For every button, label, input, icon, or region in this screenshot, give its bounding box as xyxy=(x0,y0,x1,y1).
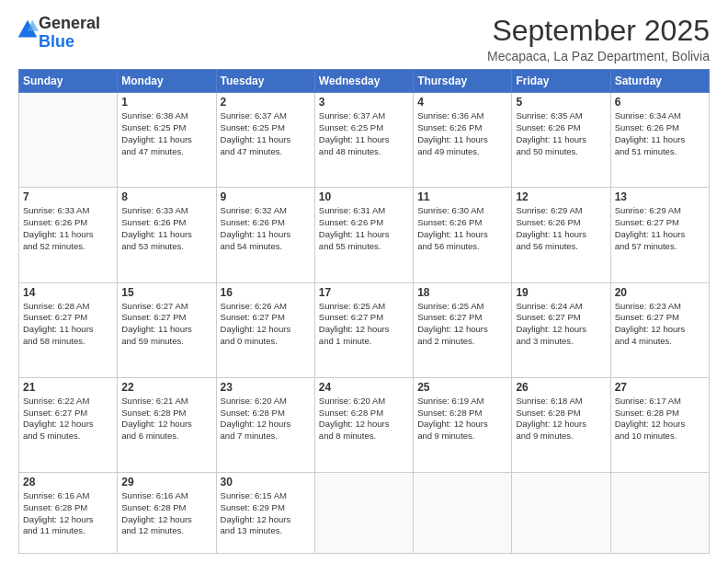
calendar-header-row: SundayMondayTuesdayWednesdayThursdayFrid… xyxy=(19,70,710,93)
day-sun-info: Sunrise: 6:17 AMSunset: 6:28 PMDaylight:… xyxy=(615,396,705,442)
day-sun-info: Sunrise: 6:33 AMSunset: 6:26 PMDaylight:… xyxy=(23,205,113,252)
day-number: 4 xyxy=(417,96,507,109)
day-of-week-header: Saturday xyxy=(610,70,709,93)
day-sun-info: Sunrise: 6:31 AMSunset: 6:26 PMDaylight:… xyxy=(319,205,409,252)
logo-blue-text: Blue xyxy=(39,33,100,52)
calendar-day-cell: 24Sunrise: 6:20 AMSunset: 6:28 PMDayligh… xyxy=(314,377,413,472)
calendar-day-cell: 9Sunrise: 6:32 AMSunset: 6:26 PMDaylight… xyxy=(216,188,314,282)
calendar-day-cell: 25Sunrise: 6:19 AMSunset: 6:28 PMDayligh… xyxy=(414,377,512,472)
day-number: 6 xyxy=(615,96,705,109)
day-number: 9 xyxy=(221,190,311,203)
day-number: 1 xyxy=(121,96,211,109)
day-number: 26 xyxy=(516,381,606,394)
day-number: 17 xyxy=(319,286,409,299)
calendar-day-cell: 3Sunrise: 6:37 AMSunset: 6:25 PMDaylight… xyxy=(314,93,413,188)
day-sun-info: Sunrise: 6:37 AMSunset: 6:25 PMDaylight:… xyxy=(221,110,311,157)
calendar-day-cell: 11Sunrise: 6:30 AMSunset: 6:26 PMDayligh… xyxy=(414,188,512,282)
day-sun-info: Sunrise: 6:16 AMSunset: 6:28 PMDaylight:… xyxy=(121,490,211,537)
calendar-day-cell xyxy=(19,93,118,188)
calendar-day-cell: 1Sunrise: 6:38 AMSunset: 6:25 PMDaylight… xyxy=(118,93,216,188)
calendar-week-row: 28Sunrise: 6:16 AMSunset: 6:28 PMDayligh… xyxy=(19,473,710,554)
calendar-day-cell: 5Sunrise: 6:35 AMSunset: 6:26 PMDaylight… xyxy=(512,93,610,188)
calendar-week-row: 1Sunrise: 6:38 AMSunset: 6:25 PMDaylight… xyxy=(19,93,710,188)
calendar-day-cell: 22Sunrise: 6:21 AMSunset: 6:28 PMDayligh… xyxy=(118,377,216,472)
day-sun-info: Sunrise: 6:23 AMSunset: 6:27 PMDaylight:… xyxy=(615,301,705,348)
calendar-day-cell: 12Sunrise: 6:29 AMSunset: 6:26 PMDayligh… xyxy=(512,188,610,282)
header: General Blue September 2025 Mecapaca, La… xyxy=(18,15,710,63)
day-number: 14 xyxy=(23,286,113,299)
day-number: 29 xyxy=(121,476,211,488)
calendar-day-cell xyxy=(610,473,709,554)
day-sun-info: Sunrise: 6:16 AMSunset: 6:28 PMDaylight:… xyxy=(23,490,113,537)
logo: General Blue xyxy=(18,15,100,52)
day-number: 7 xyxy=(23,190,113,203)
calendar-day-cell: 18Sunrise: 6:25 AMSunset: 6:27 PMDayligh… xyxy=(414,282,512,377)
day-number: 18 xyxy=(417,286,507,299)
day-of-week-header: Wednesday xyxy=(314,70,413,93)
day-number: 5 xyxy=(516,96,606,109)
calendar-day-cell: 27Sunrise: 6:17 AMSunset: 6:28 PMDayligh… xyxy=(610,377,709,472)
day-sun-info: Sunrise: 6:25 AMSunset: 6:27 PMDaylight:… xyxy=(417,301,507,348)
calendar-day-cell: 4Sunrise: 6:36 AMSunset: 6:26 PMDaylight… xyxy=(414,93,512,188)
calendar-day-cell: 6Sunrise: 6:34 AMSunset: 6:26 PMDaylight… xyxy=(610,93,709,188)
day-sun-info: Sunrise: 6:28 AMSunset: 6:27 PMDaylight:… xyxy=(23,301,113,348)
day-number: 11 xyxy=(417,190,507,203)
day-number: 15 xyxy=(121,286,211,299)
calendar-week-row: 14Sunrise: 6:28 AMSunset: 6:27 PMDayligh… xyxy=(19,282,710,377)
day-number: 16 xyxy=(221,286,311,299)
day-of-week-header: Thursday xyxy=(414,70,512,93)
day-number: 12 xyxy=(516,190,606,203)
day-sun-info: Sunrise: 6:38 AMSunset: 6:25 PMDaylight:… xyxy=(121,110,211,157)
day-sun-info: Sunrise: 6:24 AMSunset: 6:27 PMDaylight:… xyxy=(516,301,606,348)
day-sun-info: Sunrise: 6:22 AMSunset: 6:27 PMDaylight:… xyxy=(23,396,113,442)
calendar-day-cell: 26Sunrise: 6:18 AMSunset: 6:28 PMDayligh… xyxy=(512,377,610,472)
day-sun-info: Sunrise: 6:32 AMSunset: 6:26 PMDaylight:… xyxy=(221,205,311,252)
day-number: 28 xyxy=(23,476,113,488)
calendar-day-cell xyxy=(512,473,610,554)
day-of-week-header: Sunday xyxy=(19,70,118,93)
calendar-day-cell: 29Sunrise: 6:16 AMSunset: 6:28 PMDayligh… xyxy=(118,473,216,554)
day-sun-info: Sunrise: 6:30 AMSunset: 6:26 PMDaylight:… xyxy=(417,205,507,252)
calendar-day-cell: 10Sunrise: 6:31 AMSunset: 6:26 PMDayligh… xyxy=(314,188,413,282)
calendar-day-cell: 16Sunrise: 6:26 AMSunset: 6:27 PMDayligh… xyxy=(216,282,314,377)
day-sun-info: Sunrise: 6:29 AMSunset: 6:26 PMDaylight:… xyxy=(516,205,606,252)
day-sun-info: Sunrise: 6:19 AMSunset: 6:28 PMDaylight:… xyxy=(417,396,507,442)
day-sun-info: Sunrise: 6:35 AMSunset: 6:26 PMDaylight:… xyxy=(516,110,606,157)
day-sun-info: Sunrise: 6:26 AMSunset: 6:27 PMDaylight:… xyxy=(221,301,311,348)
calendar-day-cell: 13Sunrise: 6:29 AMSunset: 6:27 PMDayligh… xyxy=(610,188,709,282)
day-sun-info: Sunrise: 6:20 AMSunset: 6:28 PMDaylight:… xyxy=(319,396,409,442)
day-sun-info: Sunrise: 6:25 AMSunset: 6:27 PMDaylight:… xyxy=(319,301,409,348)
day-of-week-header: Friday xyxy=(512,70,610,93)
calendar-day-cell: 19Sunrise: 6:24 AMSunset: 6:27 PMDayligh… xyxy=(512,282,610,377)
logo-icon xyxy=(17,18,39,40)
day-number: 2 xyxy=(221,96,311,109)
day-sun-info: Sunrise: 6:18 AMSunset: 6:28 PMDaylight:… xyxy=(516,396,606,442)
day-number: 23 xyxy=(221,381,311,394)
calendar-day-cell xyxy=(314,473,413,554)
day-number: 21 xyxy=(23,381,113,394)
calendar-day-cell: 2Sunrise: 6:37 AMSunset: 6:25 PMDaylight… xyxy=(216,93,314,188)
calendar-day-cell: 23Sunrise: 6:20 AMSunset: 6:28 PMDayligh… xyxy=(216,377,314,472)
day-sun-info: Sunrise: 6:27 AMSunset: 6:27 PMDaylight:… xyxy=(121,301,211,348)
day-sun-info: Sunrise: 6:21 AMSunset: 6:28 PMDaylight:… xyxy=(121,396,211,442)
calendar-day-cell: 30Sunrise: 6:15 AMSunset: 6:29 PMDayligh… xyxy=(216,473,314,554)
calendar-day-cell: 28Sunrise: 6:16 AMSunset: 6:28 PMDayligh… xyxy=(19,473,118,554)
day-number: 8 xyxy=(121,190,211,203)
calendar-week-row: 21Sunrise: 6:22 AMSunset: 6:27 PMDayligh… xyxy=(19,377,710,472)
day-sun-info: Sunrise: 6:20 AMSunset: 6:28 PMDaylight:… xyxy=(221,396,311,442)
day-number: 24 xyxy=(319,381,409,394)
calendar-title: September 2025 xyxy=(487,15,710,47)
logo-general-text: General xyxy=(39,15,100,33)
day-number: 27 xyxy=(615,381,705,394)
day-sun-info: Sunrise: 6:15 AMSunset: 6:29 PMDaylight:… xyxy=(221,490,311,537)
calendar-day-cell: 14Sunrise: 6:28 AMSunset: 6:27 PMDayligh… xyxy=(19,282,118,377)
calendar-day-cell: 17Sunrise: 6:25 AMSunset: 6:27 PMDayligh… xyxy=(314,282,413,377)
calendar-week-row: 7Sunrise: 6:33 AMSunset: 6:26 PMDaylight… xyxy=(19,188,710,282)
calendar-day-cell: 7Sunrise: 6:33 AMSunset: 6:26 PMDaylight… xyxy=(19,188,118,282)
day-sun-info: Sunrise: 6:33 AMSunset: 6:26 PMDaylight:… xyxy=(121,205,211,252)
day-of-week-header: Monday xyxy=(118,70,216,93)
day-sun-info: Sunrise: 6:34 AMSunset: 6:26 PMDaylight:… xyxy=(615,110,705,157)
calendar-day-cell: 15Sunrise: 6:27 AMSunset: 6:27 PMDayligh… xyxy=(118,282,216,377)
day-number: 20 xyxy=(615,286,705,299)
calendar-day-cell xyxy=(414,473,512,554)
